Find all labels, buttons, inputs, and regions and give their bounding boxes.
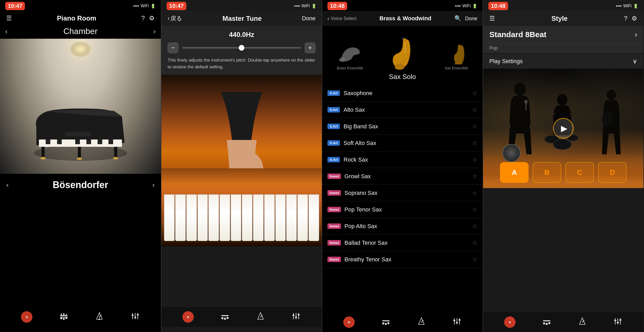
white-key[interactable] [275,194,286,241]
voice-item-2[interactable]: S.Art Big Band Sax ☆ [322,118,483,135]
white-key[interactable] [175,194,186,241]
panel-style: 10:48 ▪▪▪▪ WiFi 🔋 ☰ Style ? ⚙ Standard 8… [483,0,643,332]
style-title-section[interactable]: Standard 8Beat › [483,26,643,43]
done-button-2[interactable]: Done [302,15,316,22]
record-button[interactable]: ● [21,311,32,323]
voice-item-3[interactable]: S.Art Soft Alto Sax ☆ [322,135,483,151]
status-icons-2: ▪▪▪▪ WiFi 🔋 [294,4,317,9]
record-button-4[interactable]: ● [504,316,516,328]
variation-button-a[interactable]: A [500,162,529,183]
help-icon-4[interactable]: ? [624,15,627,22]
voice-item-8[interactable]: Sweet Pop Alto Sax ☆ [322,218,483,235]
favorite-star-9[interactable]: ☆ [472,240,477,246]
white-key[interactable] [164,194,175,241]
white-key[interactable] [186,194,197,241]
svg-rect-92 [619,319,621,321]
bottom-toolbar-2: ● [161,307,322,327]
white-key[interactable] [220,194,230,241]
white-key[interactable] [297,194,308,241]
instrument-left[interactable]: Brass Ensemble [337,44,363,70]
variation-button-c[interactable]: C [565,162,594,183]
voice-item-6[interactable]: Sweet Soprano Sax ☆ [322,185,483,201]
mixer-button-3[interactable] [452,317,462,328]
voice-item-7[interactable]: Sweet Pop Tenor Sax ☆ [322,201,483,218]
favorite-star-8[interactable]: ☆ [472,223,477,230]
settings-icon[interactable]: ⚙ [149,15,155,22]
white-key[interactable] [253,194,264,241]
tuner-minus-button[interactable]: − [168,42,179,53]
sax-solo-icon [387,36,421,70]
white-key[interactable] [264,194,275,241]
favorite-star-5[interactable]: ☆ [472,173,477,180]
voice-tag-2: S.Art [327,124,340,129]
white-key[interactable] [231,194,241,241]
favorite-star-4[interactable]: ☆ [472,156,477,163]
piano-prev-arrow[interactable]: ‹ [6,181,9,189]
room-prev-arrow[interactable]: ‹ [5,27,8,36]
favorite-star-1[interactable]: ☆ [472,107,477,113]
record-button-3[interactable]: ● [343,316,355,328]
favorite-star-7[interactable]: ☆ [472,206,477,213]
favorite-star-10[interactable]: ☆ [472,256,477,263]
svg-marker-40 [258,313,263,319]
piano-next-arrow[interactable]: › [152,181,155,189]
instrument-button-2[interactable] [220,311,230,322]
favorite-star-6[interactable]: ☆ [472,190,477,196]
room-next-arrow[interactable]: › [153,27,156,36]
favorite-star-3[interactable]: ☆ [472,140,477,147]
voice-item-1[interactable]: S.Art Alto Sax ☆ [322,102,483,118]
white-key[interactable] [242,194,252,241]
menu-icon[interactable]: ☰ [6,15,12,22]
help-icon[interactable]: ? [141,15,145,22]
mixer-button-2[interactable] [291,311,301,322]
style-name: Standard 8Beat [489,30,546,39]
voice-tag-6: Sweet [327,190,341,196]
svg-marker-61 [419,318,424,324]
instrument-right[interactable]: Sax Ensemble [445,44,468,70]
white-key[interactable] [208,194,219,241]
voice-tag-3: S.Art [327,140,340,146]
instrument-button[interactable] [59,311,68,322]
voice-item-0[interactable]: S.Art Saxophone ☆ [322,85,483,102]
voice-item-4[interactable]: S.Art Rock Sax ☆ [322,151,483,168]
back-button-3[interactable]: ‹ [327,16,329,22]
instrument-button-4[interactable] [542,317,551,328]
metronome-button[interactable] [95,311,104,322]
svg-point-78 [607,90,616,100]
white-key[interactable] [286,194,297,241]
back-button-2[interactable]: ‹ 戻る [168,15,182,22]
white-key[interactable] [197,194,208,241]
mixer-button-4[interactable] [613,317,622,328]
white-key[interactable] [309,194,319,241]
voice-name-4: Rock Sax [344,156,472,163]
record-button-2[interactable]: ● [182,311,194,323]
svg-point-39 [227,317,229,319]
svg-rect-67 [456,322,458,323]
metronome-button-4[interactable] [578,317,587,328]
done-button-3[interactable]: Done [465,16,477,22]
instrument-button-3[interactable] [381,317,390,328]
wifi-icon: WiFi [141,4,149,8]
nav-bar-3: ‹ Voice Select Brass & Woodwind 🔍 Done [322,11,483,26]
variation-button-b[interactable]: B [533,162,561,183]
play-settings-bar[interactable]: Play Settings ∨ [483,54,643,69]
voice-item-5[interactable]: Sweet Growl Sax ☆ [322,168,483,185]
svg-point-75 [553,139,571,150]
tuner-section: 440.0Hz − + This finely adjusts the inst… [161,26,322,75]
favorite-star-2[interactable]: ☆ [472,123,477,130]
play-button[interactable]: ▶ [553,118,574,139]
mixer-button[interactable] [131,311,140,322]
voice-item-9[interactable]: Sweet Ballad Tenor Sax ☆ [322,235,483,251]
metronome-button-3[interactable] [417,317,426,328]
voice-item-10[interactable]: Sweet Breathy Tenor Sax ☆ [322,251,483,268]
favorite-star-0[interactable]: ☆ [472,90,477,97]
tuner-slider-track[interactable] [182,47,301,49]
metronome-button-2[interactable] [256,311,265,322]
tuner-slider-thumb[interactable] [239,45,244,51]
svg-rect-30 [132,315,134,316]
variation-button-d[interactable]: D [598,162,627,183]
settings-icon-4[interactable]: ⚙ [632,15,637,22]
search-icon-3[interactable]: 🔍 [454,15,461,22]
menu-icon-4[interactable]: ☰ [489,15,495,22]
tuner-plus-button[interactable]: + [305,42,316,53]
